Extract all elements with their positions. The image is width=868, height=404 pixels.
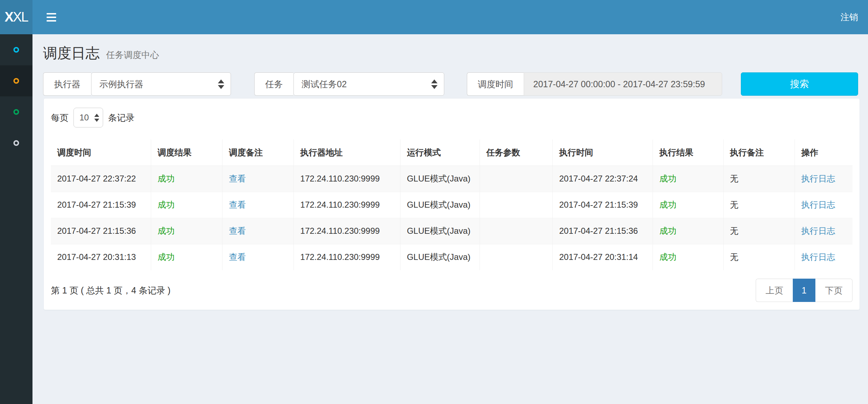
exec-log-link[interactable]: 执行日志 [801, 174, 835, 183]
search-button[interactable]: 搜索 [741, 72, 858, 96]
col-header-handle-msg: 执行备注 [723, 139, 795, 166]
cell-action: 执行日志 [795, 244, 852, 270]
logout-link[interactable]: 注销 [840, 11, 858, 23]
executor-filter-label: 执行器 [43, 72, 91, 96]
navbar-main: 注销 [32, 0, 868, 34]
cell-job-param [480, 218, 553, 244]
col-header-trigger-msg: 调度备注 [222, 139, 294, 166]
status-text: 成功 [157, 200, 174, 209]
circle-outline-icon [13, 140, 19, 146]
cell-trigger-time: 2017-04-27 22:37:22 [51, 166, 151, 192]
exec-log-link[interactable]: 执行日志 [801, 200, 835, 209]
col-header-action: 操作 [795, 139, 852, 166]
job-select-value: 测试任务02 [302, 78, 347, 90]
cell-handle-msg: 无 [723, 244, 795, 270]
page-size-select-value: 10 [79, 113, 89, 123]
cell-executor-address: 172.24.110.230:9999 [294, 192, 400, 218]
view-trigger-msg-link[interactable]: 查看 [229, 226, 246, 236]
circle-outline-icon [13, 47, 19, 53]
hamburger-icon [47, 13, 56, 14]
status-text: 成功 [157, 226, 174, 236]
job-filter-label: 任务 [254, 72, 293, 96]
sidebar-item-4[interactable] [0, 127, 32, 159]
page-size-prefix-label: 每页 [51, 112, 69, 124]
dispatch-log-table: 调度时间 调度结果 调度备注 执行器地址 运行模式 任务参数 执行时间 执行结果… [51, 139, 852, 270]
status-text: 成功 [157, 174, 174, 183]
sidebar-item-1[interactable] [0, 34, 32, 65]
status-text: 成功 [659, 200, 676, 209]
app-logo[interactable]: XXL [0, 0, 32, 34]
status-text: 成功 [659, 226, 676, 236]
table-row: 2017-04-27 21:15:39成功查看172.24.110.230:99… [51, 192, 852, 218]
cell-trigger_msg: 查看 [222, 244, 294, 270]
col-header-handle-time: 执行时间 [553, 139, 653, 166]
content-header: 调度日志 任务调度中心 [32, 34, 868, 63]
sidebar-item-3[interactable] [0, 96, 32, 127]
current-page-button[interactable]: 1 [793, 279, 815, 302]
cell-handle-result: 成功 [653, 244, 724, 270]
cell-trigger_msg: 查看 [222, 192, 294, 218]
table-row: 2017-04-27 21:15:36成功查看172.24.110.230:99… [51, 218, 852, 244]
pagination: 上页 1 下页 [756, 279, 852, 302]
hamburger-icon [47, 17, 56, 18]
cell-glue-type: GLUE模式(Java) [400, 166, 480, 192]
table-footer: 第 1 页 ( 总共 1 页，4 条记录 ) 上页 1 下页 [51, 279, 852, 302]
col-header-glue-type: 运行模式 [400, 139, 480, 166]
col-header-trigger-time: 调度时间 [51, 139, 151, 166]
page-title: 调度日志 [43, 45, 100, 61]
view-trigger-msg-link[interactable]: 查看 [229, 174, 246, 183]
col-header-trigger-result: 调度结果 [151, 139, 222, 166]
table-row: 2017-04-27 20:31:13成功查看172.24.110.230:99… [51, 244, 852, 270]
cell-job-param [480, 192, 553, 218]
exec-log-link[interactable]: 执行日志 [801, 226, 835, 236]
cell-handle-time: 2017-04-27 21:15:36 [553, 218, 653, 244]
table-row: 2017-04-27 22:37:22成功查看172.24.110.230:99… [51, 166, 852, 192]
cell-trigger-time: 2017-04-27 21:15:39 [51, 192, 151, 218]
cell-executor-address: 172.24.110.230:9999 [294, 218, 400, 244]
select-caret-icon [431, 79, 438, 89]
cell-action: 执行日志 [795, 192, 852, 218]
col-header-executor-address: 执行器地址 [294, 139, 400, 166]
cell-action: 执行日志 [795, 218, 852, 244]
cell-executor-address: 172.24.110.230:9999 [294, 244, 400, 270]
cell-job-param [480, 244, 553, 270]
cell-handle-msg: 无 [723, 218, 795, 244]
page-subtitle: 任务调度中心 [106, 50, 159, 60]
table-header-row: 调度时间 调度结果 调度备注 执行器地址 运行模式 任务参数 执行时间 执行结果… [51, 139, 852, 166]
executor-select-value: 示例执行器 [99, 78, 143, 90]
select-caret-icon [94, 114, 99, 122]
sidebar-toggle-button[interactable] [43, 10, 60, 25]
app-logo-text-bold: X [5, 10, 13, 25]
trigger-time-filter-label: 调度时间 [467, 72, 524, 96]
log-table-panel: 每页 10 条记录 调度时间 调度结果 调度备注 执行器地址 运行模式 任务参数 [43, 98, 860, 310]
prev-page-button[interactable]: 上页 [756, 279, 793, 302]
view-trigger-msg-link[interactable]: 查看 [229, 252, 246, 262]
page-size-suffix-label: 条记录 [108, 112, 135, 124]
exec-log-link[interactable]: 执行日志 [801, 252, 835, 262]
cell-handle-time: 2017-04-27 20:31:14 [553, 244, 653, 270]
col-header-job-param: 任务参数 [480, 139, 553, 166]
page-size-select[interactable]: 10 [73, 108, 103, 127]
content-area: 调度日志 任务调度中心 执行器 示例执行器 任务 测试任务02 调度时间 201… [32, 34, 868, 310]
page-size-row: 每页 10 条记录 [51, 108, 852, 127]
cell-trigger_msg: 查看 [222, 166, 294, 192]
cell-glue-type: GLUE模式(Java) [400, 192, 480, 218]
job-select[interactable]: 测试任务02 [293, 72, 444, 96]
sidebar-item-2[interactable] [0, 65, 32, 96]
sidebar-nav [0, 34, 32, 404]
cell-trigger-result: 成功 [151, 166, 222, 192]
status-text: 成功 [157, 252, 174, 262]
view-trigger-msg-link[interactable]: 查看 [229, 200, 246, 209]
top-navbar: XXL 注销 [0, 0, 868, 34]
cell-handle-result: 成功 [653, 218, 724, 244]
executor-select[interactable]: 示例执行器 [91, 72, 231, 96]
cell-action: 执行日志 [795, 166, 852, 192]
trigger-time-range-input[interactable]: 2017-04-27 00:00:00 - 2017-04-27 23:59:5… [524, 72, 722, 96]
status-text: 成功 [659, 252, 676, 262]
cell-trigger_msg: 查看 [222, 218, 294, 244]
cell-trigger-time: 2017-04-27 20:31:13 [51, 244, 151, 270]
trigger-time-filter-group: 调度时间 2017-04-27 00:00:00 - 2017-04-27 23… [467, 72, 722, 96]
next-page-button[interactable]: 下页 [815, 279, 852, 302]
circle-outline-icon [13, 109, 19, 115]
cell-handle-result: 成功 [653, 192, 724, 218]
